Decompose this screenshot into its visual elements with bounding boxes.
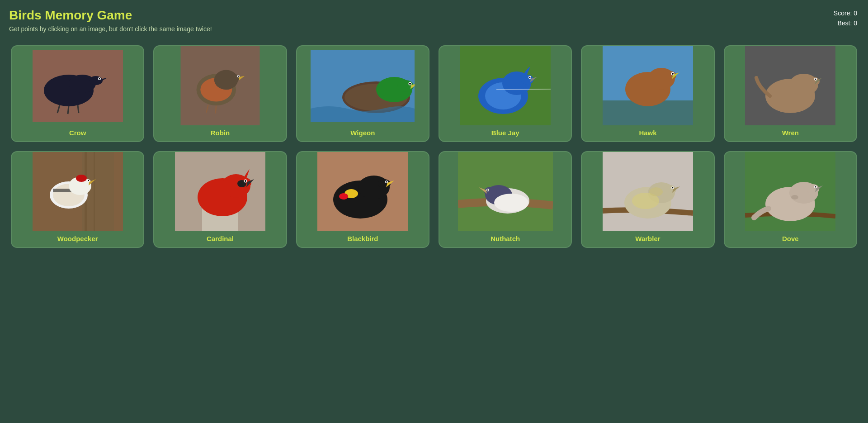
bird-image-nuthatch [439,152,571,231]
bird-card-robin[interactable]: Robin [153,45,287,142]
bird-image-blackbird [297,152,429,231]
bird-card-bluejay[interactable]: Blue Jay [439,45,572,142]
svg-point-109 [815,186,816,188]
bird-card-crow[interactable]: Crow [11,45,144,142]
svg-line-9 [68,106,69,114]
game-subtitle: Get points by clicking on an image, but … [9,25,859,33]
svg-point-92 [494,194,528,212]
bird-name-robin: Robin [211,129,230,137]
bird-name-dove: Dove [782,235,799,242]
svg-point-65 [88,180,89,181]
svg-point-18 [238,76,239,77]
svg-point-98 [649,187,663,196]
bird-name-bluejay: Blue Jay [491,129,519,137]
bird-name-nuthatch: Nuthatch [491,235,520,242]
bird-name-woodpecker: Woodpecker [57,235,98,242]
score-label: Score: 0 [834,8,857,18]
svg-point-53 [815,79,816,80]
game-header: Birds Memory Game Get points by clicking… [0,0,868,36]
svg-point-106 [791,195,798,200]
svg-line-10 [78,105,79,113]
svg-point-7 [99,78,100,79]
bird-card-hawk[interactable]: Hawk [581,45,714,142]
svg-point-62 [76,175,87,182]
svg-rect-57 [94,152,95,231]
bird-card-woodpecker[interactable]: Woodpecker [11,151,144,248]
score-area: Score: 0 Best: 0 [834,8,857,29]
bird-image-bluejay [439,46,571,125]
bird-name-hawk: Hawk [639,129,656,137]
bird-card-wigeon[interactable]: Wigeon [296,45,429,142]
bird-name-crow: Crow [69,129,86,137]
svg-line-37 [496,89,551,90]
bird-grid: Crow Robin Wigeon Blue Jay [0,36,868,257]
bird-image-cardinal [154,152,286,231]
svg-point-84 [386,181,387,183]
bird-image-crow [12,46,143,125]
bird-name-wigeon: Wigeon [350,129,375,137]
svg-point-101 [672,187,674,189]
svg-point-36 [529,77,530,78]
bird-card-nuthatch[interactable]: Nuthatch [439,151,572,248]
bird-image-robin [154,46,286,125]
bird-card-blackbird[interactable]: Blackbird [296,151,429,248]
svg-point-79 [339,193,348,200]
bird-name-cardinal: Cardinal [207,235,234,242]
bird-image-warbler [582,152,713,231]
bird-image-wigeon [297,46,429,125]
best-label: Best: 0 [834,18,857,28]
game-title: Birds Memory Game [9,8,859,23]
bird-card-dove[interactable]: Dove [724,151,857,248]
svg-point-75 [245,180,246,182]
bird-card-cardinal[interactable]: Cardinal [153,151,287,248]
svg-line-20 [215,105,216,114]
svg-point-28 [409,83,411,85]
svg-point-45 [672,73,674,75]
bird-card-warbler[interactable]: Warbler [581,151,714,248]
bird-name-warbler: Warbler [635,235,660,242]
bird-name-wren: Wren [782,129,799,137]
bird-image-wren [725,46,856,125]
svg-point-91 [487,190,488,191]
bird-name-blackbird: Blackbird [347,235,378,242]
bird-image-woodpecker [12,152,143,231]
bird-image-dove [725,152,856,231]
bird-card-wren[interactable]: Wren [724,45,857,142]
bird-image-hawk [582,46,713,125]
